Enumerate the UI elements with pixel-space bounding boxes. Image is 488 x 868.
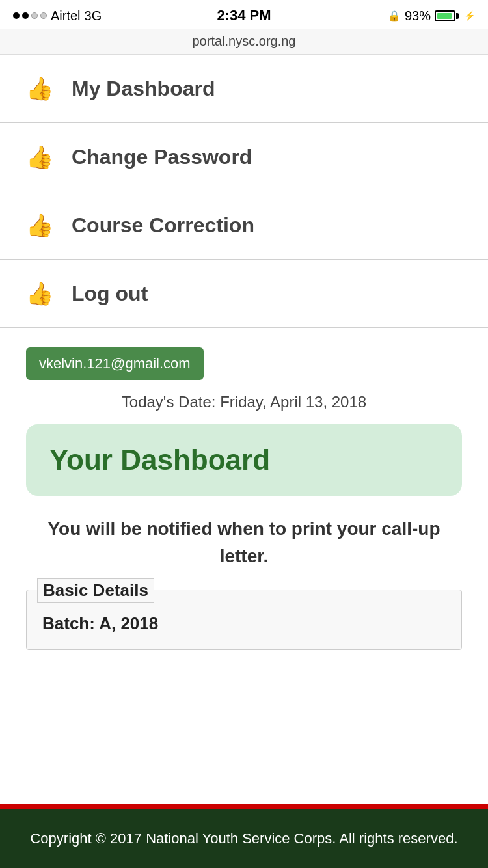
carrier-name: Airtel [51,8,81,23]
nav-label-change-password: Change Password [72,145,252,169]
url-bar: portal.nysc.org.ng [0,29,488,55]
status-bar: Airtel 3G 2:34 PM 🔒 93% ⚡ [0,0,488,29]
basic-details-card: Basic Details Batch: A, 2018 [26,590,462,650]
nav-item-course-correction[interactable]: 👍 Course Correction [0,191,488,260]
batch-value: A, 2018 [99,614,158,633]
nav-label-dashboard: My Dashboard [72,77,215,101]
battery-body [435,10,455,21]
battery-tip [456,13,459,19]
footer: Copyright © 2017 National Youth Service … [0,809,488,868]
course-correction-icon: 👍 [26,212,53,238]
network-type: 3G [85,8,102,23]
dashboard-icon: 👍 [26,75,53,102]
footer-text: Copyright © 2017 National Youth Service … [30,830,457,847]
signal-dots [13,12,47,19]
nav-menu: 👍 My Dashboard 👍 Change Password 👍 Cours… [0,55,488,328]
today-date: Today's Date: Friday, April 13, 2018 [26,393,462,411]
user-email-text: vkelvin.121@gmail.com [39,355,191,372]
nav-item-logout[interactable]: 👍 Log out [0,260,488,328]
signal-dot-1 [13,12,20,19]
user-email-badge: vkelvin.121@gmail.com [26,347,204,380]
dashboard-banner: Your Dashboard [26,424,462,496]
charging-bolt-icon: ⚡ [464,10,475,21]
nav-label-course-correction: Course Correction [72,213,254,237]
change-password-icon: 👍 [26,144,53,170]
signal-dot-4 [40,12,47,19]
batch-label: Batch: [42,614,99,633]
dashboard-title: Your Dashboard [49,444,270,476]
signal-dot-3 [31,12,38,19]
basic-details-legend: Basic Details [37,578,154,603]
battery-icon [435,10,459,21]
status-right: 🔒 93% ⚡ [388,8,475,23]
signal-dot-2 [22,12,29,19]
status-time: 2:34 PM [217,7,271,24]
logout-icon: 👍 [26,280,53,306]
batch-info: Batch: A, 2018 [42,614,446,634]
nav-label-logout: Log out [72,282,148,306]
notification-text: You will be notified when to print your … [26,515,462,570]
red-bar [0,804,488,809]
carrier-info: Airtel 3G [13,8,102,23]
lock-icon: 🔒 [388,10,401,22]
battery-fill [437,13,452,19]
nav-item-dashboard[interactable]: 👍 My Dashboard [0,55,488,123]
nav-item-change-password[interactable]: 👍 Change Password [0,123,488,191]
url-text: portal.nysc.org.ng [193,34,296,48]
main-content: vkelvin.121@gmail.com Today's Date: Frid… [0,328,488,804]
battery-percent: 93% [405,8,431,23]
